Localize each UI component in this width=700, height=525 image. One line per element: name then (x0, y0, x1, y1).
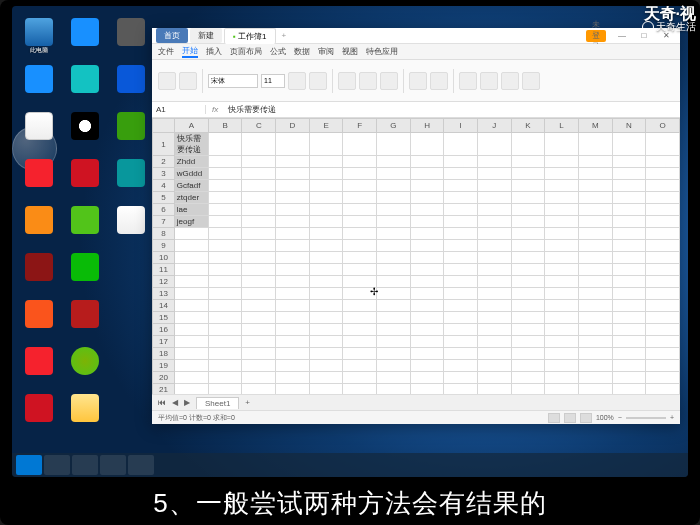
cell[interactable] (208, 336, 242, 348)
cell[interactable] (377, 300, 411, 312)
window-minimize[interactable]: — (612, 30, 632, 42)
titlebar-tab-workbook[interactable]: ▪ 工作簿1 (224, 28, 276, 44)
cell[interactable] (343, 228, 377, 240)
cell[interactable] (545, 192, 579, 204)
cell[interactable] (612, 204, 646, 216)
column-header[interactable]: K (511, 119, 545, 133)
cell[interactable] (444, 300, 478, 312)
cell[interactable] (545, 204, 579, 216)
cell[interactable] (377, 372, 411, 384)
align-center-button[interactable] (359, 72, 377, 90)
cell[interactable] (646, 156, 680, 168)
cell[interactable] (276, 192, 310, 204)
cell[interactable] (646, 288, 680, 300)
row-header[interactable]: 20 (153, 372, 175, 384)
cell[interactable] (646, 216, 680, 228)
cell[interactable] (477, 168, 511, 180)
sheet-add-button[interactable]: + (245, 398, 250, 407)
cell[interactable]: Gcfadf (174, 180, 208, 192)
menu-home[interactable]: 开始 (182, 45, 198, 58)
cell[interactable] (276, 348, 310, 360)
cell[interactable] (545, 168, 579, 180)
cell[interactable] (309, 300, 343, 312)
cell[interactable] (578, 288, 612, 300)
cell[interactable] (208, 204, 242, 216)
cell[interactable] (578, 300, 612, 312)
cell[interactable] (343, 360, 377, 372)
cell[interactable] (578, 192, 612, 204)
desktop-icon-computer[interactable]: 此电脑 (21, 18, 57, 62)
cell[interactable] (242, 360, 276, 372)
cell[interactable] (309, 348, 343, 360)
cell[interactable] (410, 360, 444, 372)
cell[interactable] (477, 228, 511, 240)
cell[interactable] (242, 216, 276, 228)
cell[interactable] (377, 288, 411, 300)
cell[interactable] (646, 348, 680, 360)
cell[interactable] (477, 300, 511, 312)
cell[interactable] (276, 252, 310, 264)
cell[interactable] (343, 180, 377, 192)
cell[interactable] (309, 288, 343, 300)
cell[interactable] (646, 252, 680, 264)
cell[interactable]: lae (174, 204, 208, 216)
zoom-out-button[interactable]: − (618, 414, 622, 421)
cell[interactable] (343, 348, 377, 360)
cell[interactable] (410, 216, 444, 228)
cell[interactable] (444, 264, 478, 276)
cell[interactable] (309, 252, 343, 264)
cell[interactable] (410, 312, 444, 324)
cell[interactable] (511, 288, 545, 300)
cell[interactable] (276, 384, 310, 395)
tab-add-button[interactable]: + (282, 31, 287, 40)
cell[interactable] (174, 276, 208, 288)
cell[interactable] (646, 240, 680, 252)
cell[interactable] (410, 288, 444, 300)
cell[interactable] (276, 204, 310, 216)
cell[interactable] (410, 348, 444, 360)
cell[interactable] (444, 168, 478, 180)
cell[interactable] (242, 384, 276, 395)
column-header[interactable]: E (309, 119, 343, 133)
cell[interactable] (174, 264, 208, 276)
cell[interactable] (242, 156, 276, 168)
cell[interactable] (410, 336, 444, 348)
cell[interactable] (208, 288, 242, 300)
cell[interactable] (309, 324, 343, 336)
desktop-icon[interactable] (21, 159, 57, 203)
cell[interactable] (444, 133, 478, 156)
cell[interactable] (377, 252, 411, 264)
cell[interactable] (309, 264, 343, 276)
cell[interactable] (511, 192, 545, 204)
cell[interactable] (545, 252, 579, 264)
cell[interactable] (410, 228, 444, 240)
cell[interactable] (377, 312, 411, 324)
cell[interactable] (646, 204, 680, 216)
column-header[interactable]: L (545, 119, 579, 133)
column-header[interactable]: O (646, 119, 680, 133)
column-header[interactable]: I (444, 119, 478, 133)
desktop-wallpaper[interactable]: 此电脑 (12, 6, 688, 477)
window-titlebar[interactable]: 首页 新建 ▪ 工作簿1 + 未登录 — □ ✕ (152, 28, 680, 44)
cell[interactable] (174, 312, 208, 324)
column-header[interactable]: H (410, 119, 444, 133)
cell[interactable] (511, 336, 545, 348)
cell[interactable] (545, 264, 579, 276)
cell[interactable] (612, 348, 646, 360)
cell[interactable] (612, 156, 646, 168)
cell[interactable] (612, 180, 646, 192)
cell[interactable] (612, 276, 646, 288)
cell[interactable] (646, 228, 680, 240)
cell[interactable] (410, 204, 444, 216)
cell[interactable] (612, 336, 646, 348)
cell[interactable] (578, 252, 612, 264)
cell[interactable]: wGddd (174, 168, 208, 180)
cell[interactable] (578, 216, 612, 228)
row-header[interactable]: 7 (153, 216, 175, 228)
cell[interactable] (309, 336, 343, 348)
taskbar-item[interactable] (72, 455, 98, 475)
cell[interactable] (208, 384, 242, 395)
cell[interactable] (612, 288, 646, 300)
cell[interactable] (377, 156, 411, 168)
cell[interactable] (477, 372, 511, 384)
